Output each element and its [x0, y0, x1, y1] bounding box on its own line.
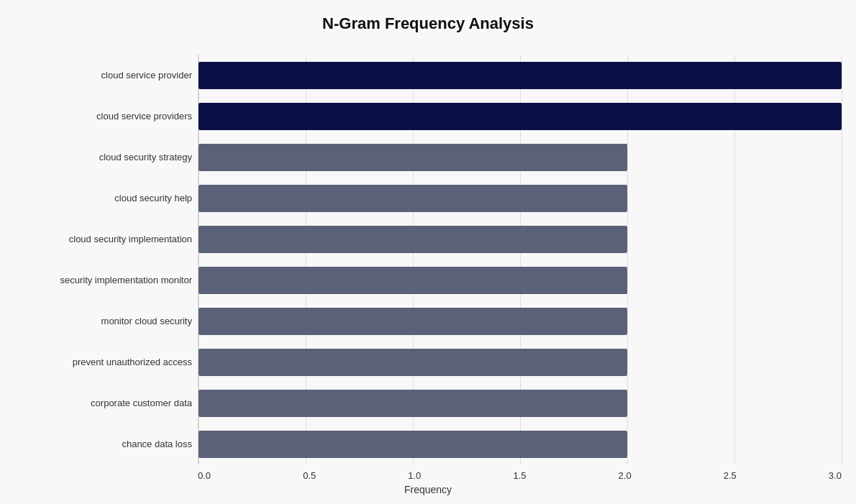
x-tick-label: 0.0 [198, 470, 211, 481]
x-axis: 0.00.51.01.52.02.53.0 [14, 470, 842, 481]
y-label: cloud security help [114, 178, 192, 219]
bar-row [199, 301, 842, 342]
grid-line [842, 55, 842, 464]
bar [199, 308, 627, 335]
x-tick-label: 1.5 [513, 470, 526, 481]
bar [199, 226, 627, 253]
bar [199, 349, 627, 376]
y-label: monitor cloud security [101, 301, 192, 342]
bar [199, 267, 627, 294]
bar [199, 185, 627, 212]
chart-area: cloud service providercloud service prov… [14, 55, 842, 444]
chart-title: N-Gram Frequency Analysis [14, 14, 842, 33]
y-labels: cloud service providercloud service prov… [14, 55, 198, 464]
bar-row [199, 96, 842, 137]
bar-row [199, 137, 842, 178]
bar-row [199, 219, 842, 260]
x-tick-label: 1.0 [408, 470, 421, 481]
y-label: prevent unauthorized access [73, 342, 192, 382]
y-label: cloud service provider [101, 55, 192, 96]
bar-row [199, 178, 842, 219]
y-label: chance data loss [122, 423, 192, 464]
bar [199, 103, 842, 130]
y-label: cloud service providers [96, 96, 192, 137]
x-tick-label: 3.0 [829, 470, 842, 481]
bars-and-grid [198, 55, 842, 464]
x-tick-label: 2.5 [724, 470, 737, 481]
x-axis-title: Frequency [14, 484, 842, 495]
y-label: cloud security strategy [99, 137, 192, 178]
x-tick-label: 0.5 [303, 470, 316, 481]
y-label: cloud security implementation [69, 219, 192, 260]
bar-row [199, 55, 842, 96]
bar-row [199, 342, 842, 382]
y-label: security implementation monitor [60, 260, 192, 301]
x-labels: 0.00.51.01.52.02.53.0 [198, 470, 842, 481]
bars-section: cloud service providercloud service prov… [14, 55, 842, 464]
bar [199, 62, 842, 89]
y-label: corporate customer data [91, 382, 192, 423]
bar [199, 431, 627, 458]
x-tick-label: 2.0 [619, 470, 632, 481]
bar-row [199, 260, 842, 301]
chart-container: N-Gram Frequency Analysis cloud service … [0, 0, 856, 504]
bar-row [199, 382, 842, 423]
bars-rows [199, 55, 842, 464]
bar [199, 144, 627, 171]
bar-row [199, 423, 842, 464]
bar [199, 390, 627, 417]
